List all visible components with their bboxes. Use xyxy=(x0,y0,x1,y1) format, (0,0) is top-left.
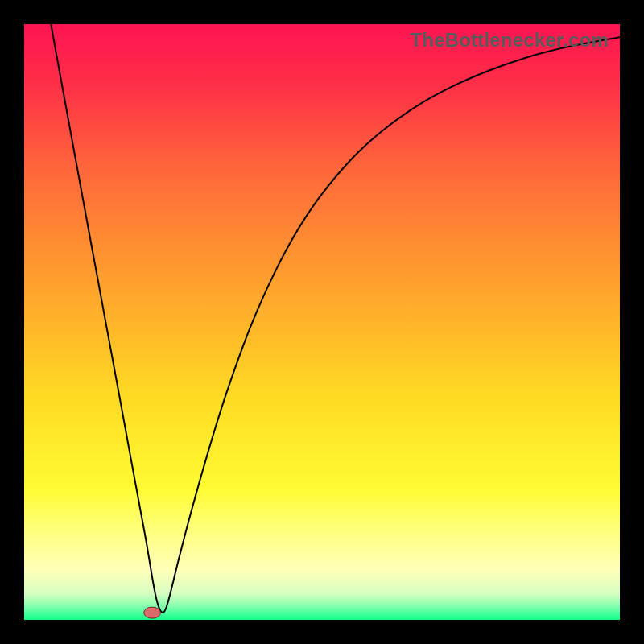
chart-frame: TheBottlenecker.com xyxy=(0,0,644,644)
watermark-text: TheBottlenecker.com xyxy=(410,29,609,52)
plot-area: TheBottlenecker.com xyxy=(24,24,620,620)
optimal-point-marker xyxy=(144,607,161,618)
bottleneck-curve xyxy=(51,24,620,613)
curve-layer xyxy=(24,24,620,620)
